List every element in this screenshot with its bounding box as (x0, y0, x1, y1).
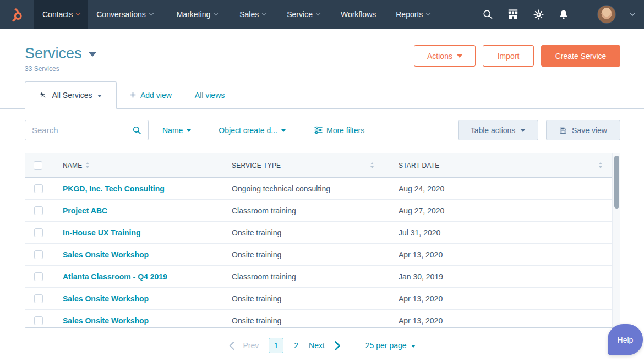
start-date-cell: Aug 24, 2020 (383, 184, 620, 193)
search-icon[interactable] (132, 125, 141, 135)
avatar[interactable] (597, 5, 616, 24)
account-chevron-down-icon[interactable] (630, 13, 635, 17)
page-title[interactable]: Services (25, 45, 96, 62)
help-button-label: Help (618, 336, 634, 344)
create-service-button[interactable]: Create Service (541, 45, 620, 67)
prev-page-link[interactable]: Prev (243, 341, 259, 350)
page-1-button[interactable]: 1 (269, 338, 283, 353)
sort-icon[interactable] (86, 162, 89, 168)
next-chevron-icon[interactable] (334, 341, 341, 351)
actions-button-label: Actions (427, 52, 452, 61)
per-page-label: 25 per page (365, 341, 407, 350)
row-checkbox-cell (25, 272, 51, 281)
nav-item-conversations[interactable]: Conversations (88, 0, 161, 29)
name-filter-dropdown[interactable]: Name (162, 126, 191, 135)
name-cell: Atlanta Classroom - Q4 2019 (51, 272, 216, 281)
sort-icon[interactable] (599, 162, 602, 168)
row-checkbox[interactable] (34, 206, 43, 215)
caret-down-icon (187, 129, 191, 132)
add-view-label: Add view (140, 91, 172, 100)
column-header-service-type[interactable]: SERVICE TYPE (216, 153, 383, 177)
name-cell: PKGD, Inc. Tech Consulting (51, 184, 216, 193)
date-filter-label: Object create d... (219, 126, 277, 135)
page-header: Services 33 Services Actions Import Crea… (0, 29, 644, 73)
select-all-checkbox[interactable] (34, 161, 42, 170)
nav-item-reports[interactable]: Reports (388, 0, 438, 29)
row-checkbox[interactable] (34, 316, 43, 325)
row-checkbox[interactable] (34, 184, 43, 193)
row-checkbox-cell (25, 250, 51, 259)
column-header-name[interactable]: NAME (51, 153, 216, 177)
more-filters-button[interactable]: More filters (314, 126, 364, 135)
row-checkbox[interactable] (34, 250, 43, 259)
nav-item-workflows[interactable]: Workflows (332, 0, 384, 29)
service-type-cell: Classroom training (216, 272, 383, 281)
page-2-button[interactable]: 2 (294, 341, 298, 350)
name-filter-label: Name (162, 126, 183, 135)
nav-item-service[interactable]: Service (279, 0, 328, 29)
nav-item-label: Marketing (177, 10, 210, 19)
table-actions-button[interactable]: Table actions (458, 120, 538, 140)
start-date-cell: Aug 27, 2020 (383, 206, 620, 215)
service-name-link[interactable]: Sales Onsite Workshop (63, 316, 149, 325)
hubspot-logo-icon[interactable] (0, 0, 34, 29)
object-create-date-filter-dropdown[interactable]: Object create d... (219, 126, 286, 135)
service-name-link[interactable]: Sales Onsite Workshop (63, 250, 149, 259)
title-block: Services 33 Services (25, 45, 96, 73)
service-type-cell: Ongoing technical consulting (216, 184, 383, 193)
row-checkbox[interactable] (34, 294, 43, 303)
row-checkbox[interactable] (34, 228, 43, 237)
sort-icon[interactable] (370, 162, 374, 168)
next-page-link[interactable]: Next (309, 341, 325, 350)
more-filters-label: More filters (326, 126, 364, 135)
create-service-button-label: Create Service (555, 52, 607, 61)
all-views-label: All views (195, 91, 225, 100)
service-name-link[interactable]: Sales Onsite Workshop (63, 294, 149, 303)
per-page-dropdown[interactable]: 25 per page (365, 341, 416, 350)
tab-all-services-label: All Services (52, 91, 92, 100)
record-count: 33 Services (25, 65, 96, 73)
table-toolbar-buttons: Table actions Save view (458, 120, 620, 140)
nav-right-tools (482, 0, 644, 29)
row-checkbox-cell (25, 294, 51, 303)
services-table: NAME SERVICE TYPE START DATE PKGD, Inc. … (25, 153, 620, 328)
service-name-link[interactable]: In-House UX Training (63, 228, 141, 237)
save-view-button[interactable]: Save view (546, 120, 620, 140)
service-name-link[interactable]: PKGD, Inc. Tech Consulting (63, 184, 165, 193)
search-input[interactable] (32, 125, 128, 135)
nav-item-label: Conversations (96, 10, 146, 19)
column-header-start-date[interactable]: START DATE (383, 153, 620, 177)
pagination: Prev 1 2 Next 25 per page (0, 338, 644, 353)
nav-item-sales[interactable]: Sales (231, 0, 274, 29)
caret-down-icon (97, 95, 102, 97)
nav-item-marketing[interactable]: Marketing (168, 0, 226, 29)
service-name-link[interactable]: Project ABC (63, 206, 107, 215)
search-icon[interactable] (482, 9, 493, 20)
tab-all-services[interactable]: All Services (25, 81, 117, 109)
import-button[interactable]: Import (483, 45, 534, 67)
service-type-cell: Onsite training (216, 316, 383, 325)
table-row: Atlanta Classroom - Q4 2019 Classroom tr… (25, 266, 620, 288)
caret-down-icon (520, 129, 526, 132)
settings-icon[interactable] (533, 9, 544, 20)
table-row: PKGD, Inc. Tech Consulting Ongoing techn… (25, 178, 620, 200)
table-scrollbar-thumb[interactable] (614, 156, 619, 209)
row-checkbox[interactable] (34, 272, 43, 281)
marketplace-icon[interactable] (507, 9, 519, 20)
name-cell: Sales Onsite Workshop (51, 316, 216, 325)
filter-bar: Name Object create d... More filters Tab… (0, 109, 644, 140)
table-scrollbar[interactable] (612, 153, 620, 327)
chevron-down-icon (149, 11, 154, 15)
notifications-icon[interactable] (558, 9, 569, 20)
row-checkbox-cell (25, 184, 51, 193)
help-button[interactable]: Help (608, 324, 643, 355)
start-date-cell: Jul 31, 2020 (383, 228, 620, 237)
prev-chevron-icon[interactable] (228, 341, 235, 350)
actions-button[interactable]: Actions (414, 45, 476, 67)
service-name-link[interactable]: Atlanta Classroom - Q4 2019 (63, 272, 167, 281)
add-view-link[interactable]: Add view (130, 91, 172, 100)
nav-item-contacts[interactable]: Contacts (34, 0, 88, 29)
all-views-link[interactable]: All views (195, 91, 225, 100)
start-date-cell: Apr 13, 2020 (383, 316, 620, 325)
top-nav: Contacts Conversations Marketing Sales S… (0, 0, 644, 29)
